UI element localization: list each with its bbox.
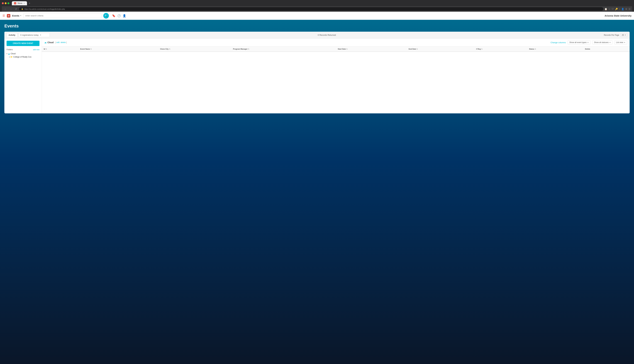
header-icons: 🔖 🕐 👤 [112, 14, 126, 18]
main-panel: Activity 0 registrations today ▼ 0 Recor… [4, 32, 630, 114]
folder-expand-icon: ▪ [9, 56, 10, 58]
col-start-date: Start Date ⇅ [336, 46, 407, 52]
folder-item-cloud[interactable]: ▪ ☁ Cloud [6, 52, 40, 55]
col-end-date: End Date ⇅ [407, 46, 474, 52]
address-bar[interactable]: 🔒 https://na-admin.eventscloud.com/logge… [19, 7, 603, 11]
col-num-reg-label: # Reg [476, 48, 481, 50]
registrations-dropdown[interactable]: 0 registrations today ▼ [18, 33, 50, 37]
college-label: College of Really Coo [13, 56, 31, 58]
lock-icon: 🔒 [21, 8, 24, 10]
browser-toolbar-icons: 📋 ☆ 🛡 🔑 ↕ 👤 ⚙ ☰ [604, 8, 630, 10]
extensions-icon[interactable]: ⚙ [625, 8, 627, 10]
bookmark-header-icon[interactable]: 🔖 [112, 14, 116, 18]
logo-icon: 📅 [7, 14, 10, 18]
per-page-value: 25 [622, 34, 624, 36]
clone-city-sort-icon[interactable]: ⇅ [169, 48, 170, 50]
sync-icon[interactable]: ↕ [619, 8, 620, 10]
change-columns-button[interactable]: Change columns [550, 41, 566, 44]
bracket-links: [ edit delete ] [56, 41, 67, 44]
table-area: ☁ Cloud [ edit delete ] Change columns S… [42, 38, 630, 114]
events-label: Events [12, 14, 19, 17]
per-page-select[interactable]: 25 ▼ [620, 33, 628, 37]
add-new-link[interactable]: add new [33, 49, 40, 50]
chevron-down-icon: ▼ [20, 15, 22, 16]
event-name-sort-icon[interactable]: ⇅ [90, 48, 92, 50]
cloud-heading: ☁ Cloud [44, 41, 54, 44]
close-dot[interactable] [2, 2, 4, 4]
folders-header: Folders add new [6, 48, 40, 51]
col-start-date-label: Start Date [338, 48, 346, 50]
content-area: CREATE NEW EVENT Folders add new ▪ ☁ Clo… [4, 38, 630, 114]
list-view-chevron-icon: ▼ [624, 42, 626, 43]
back-button[interactable]: ← [4, 8, 8, 10]
show-event-types-button[interactable]: Show all event types ▼ [568, 40, 590, 44]
app-logo: 📅 [7, 14, 10, 18]
per-page-chevron-icon: ▼ [624, 34, 626, 36]
list-view-label: List view [616, 41, 623, 44]
clock-icon[interactable]: 🕐 [117, 14, 121, 18]
search-button[interactable]: 🔍 [103, 13, 109, 18]
activity-tab[interactable]: Activity [6, 33, 17, 37]
show-event-types-label: Show all event types [570, 41, 586, 44]
col-event-name-label: Event Name [80, 48, 90, 50]
tab-close-icon[interactable]: ✕ [24, 2, 25, 4]
cloud-name: Cloud [48, 41, 54, 44]
event-types-chevron-icon: ▼ [587, 42, 589, 43]
reading-list-icon[interactable]: 📋 [604, 8, 607, 10]
events-nav-dropdown[interactable]: Events ▼ [12, 14, 22, 17]
col-status: Status ⇅ [527, 46, 583, 52]
window-controls [2, 2, 9, 4]
col-clone-city: Clone City ⇅ [158, 46, 231, 52]
end-date-sort-icon[interactable]: ⇅ [416, 48, 418, 50]
edit-link[interactable]: edit [56, 41, 60, 44]
folder-tree: ▪ ☁ Cloud ▪ 📁 College of Really Coo [6, 52, 40, 58]
show-statuses-label: Show all statuses [594, 41, 608, 44]
new-tab-button[interactable]: + [28, 1, 32, 5]
col-id: Id ⇅ [42, 46, 78, 52]
active-tab[interactable]: S Stova ✕ [12, 1, 27, 5]
dropdown-chevron-icon: ▼ [40, 34, 41, 36]
refresh-button[interactable]: ↺ [14, 8, 18, 10]
activity-bar: Activity 0 registrations today ▼ 0 Recor… [4, 32, 630, 38]
maximize-dot[interactable] [8, 2, 9, 4]
num-reg-sort-icon[interactable]: ⇅ [481, 48, 482, 50]
table-toolbar: ☁ Cloud [ edit delete ] Change columns S… [42, 38, 630, 46]
col-end-date-label: End Date [409, 48, 416, 50]
url-text: https://na-admin.eventscloud.com/loggedi… [24, 8, 65, 10]
col-status-label: Status [529, 48, 534, 50]
status-sort-icon[interactable]: ⇅ [535, 48, 536, 50]
account-icon[interactable]: 👤 [621, 8, 624, 10]
list-view-button[interactable]: List view ▼ [614, 40, 627, 44]
browser-chrome: S Stova ✕ + ← → ↺ 🔒 https://na-admin.eve… [0, 0, 634, 12]
col-event-name: Event Name ⇅ [78, 46, 158, 52]
bookmark-icon[interactable]: ☆ [608, 8, 610, 10]
id-sort-icon[interactable]: ⇅ [46, 48, 47, 50]
registrations-value: 0 registrations today [20, 34, 38, 36]
profile-icon[interactable]: 👤 [122, 14, 126, 18]
search-input[interactable] [24, 13, 102, 18]
sidebar: CREATE NEW EVENT Folders add new ▪ ☁ Clo… [4, 38, 42, 114]
menu-icon[interactable]: ☰ [628, 8, 630, 10]
minimize-dot[interactable] [5, 2, 6, 4]
col-num-reg: # Reg ⇅ [474, 46, 527, 52]
forward-button[interactable]: → [9, 8, 13, 10]
delete-link[interactable]: delete [60, 41, 66, 44]
col-program-manager: Program Manager ⇅ [231, 46, 336, 52]
folder-item-college[interactable]: ▪ 📁 College of Really Coo [9, 55, 40, 58]
events-table: Id ⇅ Event Name ⇅ Clone City ⇅ [42, 46, 630, 52]
col-delete-label: Delete [585, 48, 590, 50]
col-delete: Delete [583, 46, 630, 52]
hamburger-icon[interactable]: ☰ [2, 14, 5, 18]
create-new-event-button[interactable]: CREATE NEW EVENT [6, 41, 40, 46]
records-returned: 0 Records Returned [50, 34, 604, 36]
start-date-sort-icon[interactable]: ⇅ [346, 48, 348, 50]
show-statuses-button[interactable]: Show all statuses ▼ [592, 40, 612, 44]
browser-toolbar: ← → ↺ 🔒 https://na-admin.eventscloud.com… [2, 6, 632, 12]
key-icon[interactable]: 🔑 [615, 8, 618, 10]
page-background: Events Activity 0 registrations today ▼ … [0, 20, 634, 364]
program-manager-sort-icon[interactable]: ⇅ [248, 48, 249, 50]
col-program-manager-label: Program Manager [233, 48, 248, 50]
folders-label: Folders [6, 48, 13, 51]
page-title: Events [4, 24, 630, 28]
shield-icon[interactable]: 🛡 [612, 8, 614, 10]
